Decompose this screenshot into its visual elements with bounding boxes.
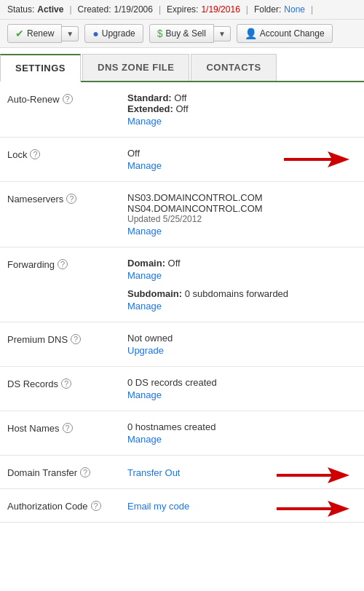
expires-label: Expires:	[167, 4, 198, 15]
status-value: Active	[37, 4, 63, 15]
authorization-code-label: Authorization Code ?	[7, 499, 127, 512]
sep2: |	[159, 4, 161, 15]
host-names-label: Host Names ?	[7, 421, 127, 434]
nameservers-label: Nameservers ?	[7, 192, 127, 205]
sep1: |	[69, 4, 71, 15]
renew-icon: ✔	[15, 28, 24, 39]
host-names-info-icon[interactable]: ?	[63, 423, 73, 433]
upgrade-button[interactable]: ● Upgrade	[84, 24, 143, 43]
ds-records-manage-link[interactable]: Manage	[127, 389, 357, 400]
forwarding-domain-manage-link[interactable]: Manage	[127, 270, 357, 281]
renew-label: Renew	[27, 28, 54, 39]
nameservers-value: NS03.DOMAINCONTROL.COM NS04.DOMAINCONTRO…	[127, 192, 357, 237]
forwarding-subdomain-manage-link[interactable]: Manage	[127, 301, 357, 312]
forwarding-label: Forwarding ?	[7, 258, 127, 270]
created-value: 1/19/2006	[114, 4, 153, 15]
ds-records-row: DS Records ? 0 DS records created Manage	[0, 367, 364, 411]
premium-dns-info-icon[interactable]: ?	[71, 334, 81, 344]
svg-marker-0	[284, 151, 349, 167]
host-names-value: 0 hostnames created Manage	[127, 421, 357, 445]
tab-settings[interactable]: SETTINGS	[0, 54, 81, 82]
auto-renew-label: Auto-Renew ?	[7, 92, 127, 105]
authorization-code-value: Email my code	[127, 499, 357, 512]
premium-dns-label: Premium DNS ?	[7, 333, 127, 345]
auto-renew-manage-link[interactable]: Manage	[127, 116, 357, 127]
lock-red-arrow	[284, 151, 349, 167]
host-names-row: Host Names ? 0 hostnames created Manage	[0, 411, 364, 456]
auto-renew-info-icon[interactable]: ?	[63, 94, 73, 104]
status-bar: Status: Active | Created: 1/19/2006 | Ex…	[0, 0, 364, 20]
domain-transfer-red-arrow	[277, 467, 349, 483]
folder-label: Folder:	[254, 4, 281, 15]
authorization-code-info-icon[interactable]: ?	[91, 501, 101, 511]
auto-renew-value: Standard: Off Extended: Off Manage	[127, 92, 357, 127]
status-label: Status:	[7, 4, 34, 15]
account-change-label: Account Change	[260, 28, 325, 39]
folder-value[interactable]: None	[284, 4, 305, 15]
upgrade-label: Upgrade	[102, 28, 135, 39]
tab-contacts[interactable]: CONTACTS	[191, 54, 276, 81]
lock-row: Lock ? Off Manage	[0, 138, 364, 182]
toolbar: ✔ Renew ▼ ● Upgrade $ Buy & Sell ▼ 👤 Acc…	[0, 20, 364, 48]
forwarding-row: Forwarding ? Domain: Off Manage Subdomai…	[0, 247, 364, 322]
domain-transfer-value: Transfer Out	[127, 466, 357, 478]
domain-transfer-row: Domain Transfer ? Transfer Out	[0, 456, 364, 489]
auto-renew-row: Auto-Renew ? Standard: Off Extended: Off…	[0, 82, 364, 138]
authorization-code-red-arrow	[277, 501, 349, 517]
host-names-manage-link[interactable]: Manage	[127, 434, 357, 445]
lock-label: Lock ?	[7, 148, 127, 160]
sep3: |	[246, 4, 248, 15]
sep4: |	[311, 4, 313, 15]
buysell-dropdown-button[interactable]: ▼	[214, 26, 231, 41]
account-change-button[interactable]: 👤 Account Change	[237, 24, 333, 43]
tabs-container: SETTINGS DNS ZONE FILE CONTACTS	[0, 54, 364, 82]
domain-transfer-info-icon[interactable]: ?	[80, 467, 90, 477]
forwarding-value: Domain: Off Manage Subdomain: 0 subdomai…	[127, 258, 357, 312]
nameservers-info-icon[interactable]: ?	[66, 194, 76, 204]
renew-dropdown-button[interactable]: ▼	[62, 26, 79, 41]
account-change-btn-group: 👤 Account Change	[237, 24, 333, 43]
ds-records-info-icon[interactable]: ?	[61, 378, 71, 389]
buysell-icon: $	[157, 28, 163, 39]
svg-marker-1	[277, 467, 349, 483]
premium-dns-value: Not owned Upgrade	[127, 333, 357, 356]
buysell-button[interactable]: $ Buy & Sell	[149, 24, 214, 43]
premium-dns-upgrade-link[interactable]: Upgrade	[127, 345, 357, 356]
renew-btn-group: ✔ Renew ▼	[7, 24, 79, 43]
renew-button[interactable]: ✔ Renew	[7, 24, 62, 43]
nameservers-manage-link[interactable]: Manage	[127, 226, 357, 237]
forwarding-info-icon[interactable]: ?	[58, 259, 68, 269]
settings-content: Auto-Renew ? Standard: Off Extended: Off…	[0, 82, 364, 523]
premium-dns-row: Premium DNS ? Not owned Upgrade	[0, 322, 364, 367]
lock-value: Off Manage	[127, 148, 357, 171]
domain-transfer-label: Domain Transfer ?	[7, 466, 127, 478]
ds-records-label: DS Records ?	[7, 377, 127, 389]
buysell-label: Buy & Sell	[166, 28, 206, 39]
authorization-code-row: Authorization Code ? Email my code	[0, 489, 364, 523]
expires-value[interactable]: 1/19/2016	[201, 4, 240, 15]
svg-marker-2	[277, 501, 349, 517]
upgrade-btn-group: ● Upgrade	[84, 24, 143, 43]
tab-dns-zone-file[interactable]: DNS ZONE FILE	[82, 54, 189, 81]
user-icon: 👤	[245, 28, 257, 39]
upgrade-icon: ●	[92, 28, 98, 39]
nameservers-row: Nameservers ? NS03.DOMAINCONTROL.COM NS0…	[0, 182, 364, 247]
buysell-btn-group: $ Buy & Sell ▼	[149, 24, 231, 43]
created-label: Created:	[78, 4, 111, 15]
lock-info-icon[interactable]: ?	[30, 149, 40, 159]
ds-records-value: 0 DS records created Manage	[127, 377, 357, 400]
